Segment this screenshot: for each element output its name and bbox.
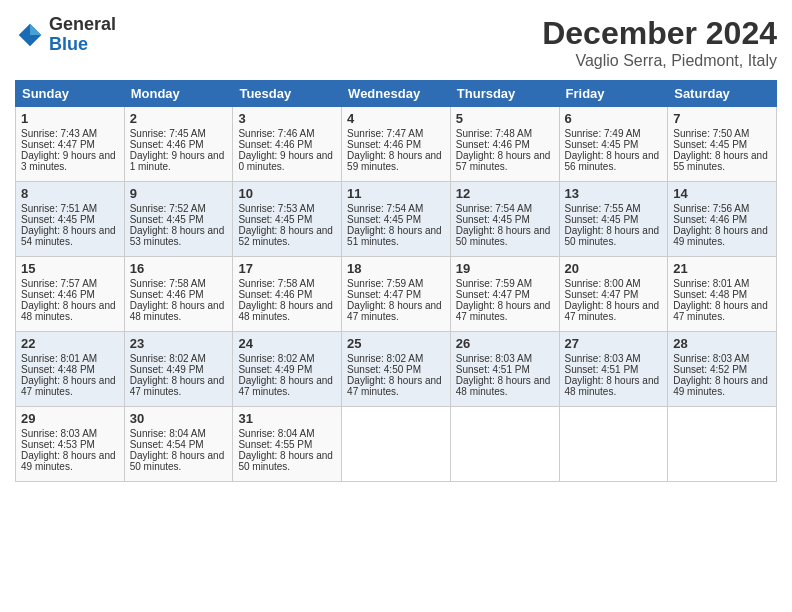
calendar-week-4: 22 Sunrise: 8:01 AM Sunset: 4:48 PM Dayl… — [16, 332, 777, 407]
calendar-cell: 17 Sunrise: 7:58 AM Sunset: 4:46 PM Dayl… — [233, 257, 342, 332]
day-number: 6 — [565, 111, 663, 126]
day-number: 13 — [565, 186, 663, 201]
daylight-label: Daylight: 8 hours and 47 minutes. — [130, 375, 225, 397]
day-number: 5 — [456, 111, 554, 126]
day-number: 23 — [130, 336, 228, 351]
day-number: 29 — [21, 411, 119, 426]
daylight-label: Daylight: 8 hours and 49 minutes. — [673, 375, 768, 397]
sunset-label: Sunset: 4:47 PM — [565, 289, 639, 300]
day-number: 9 — [130, 186, 228, 201]
sunset-label: Sunset: 4:46 PM — [347, 139, 421, 150]
daylight-label: Daylight: 8 hours and 47 minutes. — [347, 300, 442, 322]
day-number: 7 — [673, 111, 771, 126]
sunset-label: Sunset: 4:46 PM — [456, 139, 530, 150]
daylight-label: Daylight: 8 hours and 57 minutes. — [456, 150, 551, 172]
sunrise-label: Sunrise: 8:00 AM — [565, 278, 641, 289]
logo-general: General — [49, 15, 116, 35]
title-block: December 2024 Vaglio Serra, Piedmont, It… — [542, 15, 777, 70]
sunset-label: Sunset: 4:48 PM — [673, 289, 747, 300]
sunset-label: Sunset: 4:52 PM — [673, 364, 747, 375]
day-number: 20 — [565, 261, 663, 276]
calendar-week-5: 29 Sunrise: 8:03 AM Sunset: 4:53 PM Dayl… — [16, 407, 777, 482]
sunrise-label: Sunrise: 8:02 AM — [130, 353, 206, 364]
calendar-cell: 26 Sunrise: 8:03 AM Sunset: 4:51 PM Dayl… — [450, 332, 559, 407]
daylight-label: Daylight: 8 hours and 53 minutes. — [130, 225, 225, 247]
sunset-label: Sunset: 4:51 PM — [456, 364, 530, 375]
sunrise-label: Sunrise: 8:02 AM — [238, 353, 314, 364]
sunset-label: Sunset: 4:46 PM — [130, 289, 204, 300]
sunrise-label: Sunrise: 7:58 AM — [238, 278, 314, 289]
day-number: 10 — [238, 186, 336, 201]
day-number: 3 — [238, 111, 336, 126]
sunset-label: Sunset: 4:45 PM — [21, 214, 95, 225]
calendar-cell: 7 Sunrise: 7:50 AM Sunset: 4:45 PM Dayli… — [668, 107, 777, 182]
col-wednesday: Wednesday — [342, 81, 451, 107]
sunset-label: Sunset: 4:45 PM — [565, 214, 639, 225]
day-number: 24 — [238, 336, 336, 351]
col-saturday: Saturday — [668, 81, 777, 107]
sunset-label: Sunset: 4:46 PM — [130, 139, 204, 150]
calendar-cell: 10 Sunrise: 7:53 AM Sunset: 4:45 PM Dayl… — [233, 182, 342, 257]
daylight-label: Daylight: 8 hours and 56 minutes. — [565, 150, 660, 172]
sunset-label: Sunset: 4:54 PM — [130, 439, 204, 450]
col-monday: Monday — [124, 81, 233, 107]
calendar-cell: 6 Sunrise: 7:49 AM Sunset: 4:45 PM Dayli… — [559, 107, 668, 182]
header-row: Sunday Monday Tuesday Wednesday Thursday… — [16, 81, 777, 107]
header: General Blue December 2024 Vaglio Serra,… — [15, 15, 777, 70]
page-container: General Blue December 2024 Vaglio Serra,… — [0, 0, 792, 492]
sunset-label: Sunset: 4:46 PM — [673, 214, 747, 225]
sunrise-label: Sunrise: 8:01 AM — [21, 353, 97, 364]
day-number: 11 — [347, 186, 445, 201]
sunrise-label: Sunrise: 7:46 AM — [238, 128, 314, 139]
calendar-cell: 14 Sunrise: 7:56 AM Sunset: 4:46 PM Dayl… — [668, 182, 777, 257]
sunrise-label: Sunrise: 7:47 AM — [347, 128, 423, 139]
calendar-cell — [342, 407, 451, 482]
calendar-cell — [559, 407, 668, 482]
day-number: 26 — [456, 336, 554, 351]
sunset-label: Sunset: 4:50 PM — [347, 364, 421, 375]
calendar-cell: 29 Sunrise: 8:03 AM Sunset: 4:53 PM Dayl… — [16, 407, 125, 482]
day-number: 30 — [130, 411, 228, 426]
daylight-label: Daylight: 8 hours and 59 minutes. — [347, 150, 442, 172]
sunset-label: Sunset: 4:45 PM — [673, 139, 747, 150]
daylight-label: Daylight: 9 hours and 1 minute. — [130, 150, 225, 172]
calendar-cell: 23 Sunrise: 8:02 AM Sunset: 4:49 PM Dayl… — [124, 332, 233, 407]
day-number: 14 — [673, 186, 771, 201]
sunrise-label: Sunrise: 8:01 AM — [673, 278, 749, 289]
calendar-week-1: 1 Sunrise: 7:43 AM Sunset: 4:47 PM Dayli… — [16, 107, 777, 182]
calendar-cell: 3 Sunrise: 7:46 AM Sunset: 4:46 PM Dayli… — [233, 107, 342, 182]
day-number: 31 — [238, 411, 336, 426]
daylight-label: Daylight: 8 hours and 48 minutes. — [565, 375, 660, 397]
svg-marker-1 — [30, 24, 41, 35]
sunrise-label: Sunrise: 8:03 AM — [565, 353, 641, 364]
sunrise-label: Sunrise: 7:54 AM — [456, 203, 532, 214]
daylight-label: Daylight: 8 hours and 50 minutes. — [130, 450, 225, 472]
calendar-cell: 1 Sunrise: 7:43 AM Sunset: 4:47 PM Dayli… — [16, 107, 125, 182]
daylight-label: Daylight: 8 hours and 50 minutes. — [565, 225, 660, 247]
calendar-table: Sunday Monday Tuesday Wednesday Thursday… — [15, 80, 777, 482]
daylight-label: Daylight: 8 hours and 48 minutes. — [130, 300, 225, 322]
sunrise-label: Sunrise: 7:55 AM — [565, 203, 641, 214]
daylight-label: Daylight: 8 hours and 55 minutes. — [673, 150, 768, 172]
col-sunday: Sunday — [16, 81, 125, 107]
calendar-cell: 2 Sunrise: 7:45 AM Sunset: 4:46 PM Dayli… — [124, 107, 233, 182]
sunset-label: Sunset: 4:47 PM — [456, 289, 530, 300]
sunset-label: Sunset: 4:45 PM — [456, 214, 530, 225]
sunset-label: Sunset: 4:47 PM — [347, 289, 421, 300]
daylight-label: Daylight: 8 hours and 47 minutes. — [21, 375, 116, 397]
sunrise-label: Sunrise: 8:04 AM — [238, 428, 314, 439]
sunset-label: Sunset: 4:55 PM — [238, 439, 312, 450]
sunrise-label: Sunrise: 7:45 AM — [130, 128, 206, 139]
month-title: December 2024 — [542, 15, 777, 52]
location: Vaglio Serra, Piedmont, Italy — [542, 52, 777, 70]
logo-icon — [15, 20, 45, 50]
calendar-week-3: 15 Sunrise: 7:57 AM Sunset: 4:46 PM Dayl… — [16, 257, 777, 332]
daylight-label: Daylight: 8 hours and 50 minutes. — [238, 450, 333, 472]
sunset-label: Sunset: 4:45 PM — [238, 214, 312, 225]
calendar-cell: 30 Sunrise: 8:04 AM Sunset: 4:54 PM Dayl… — [124, 407, 233, 482]
day-number: 19 — [456, 261, 554, 276]
day-number: 17 — [238, 261, 336, 276]
calendar-cell: 11 Sunrise: 7:54 AM Sunset: 4:45 PM Dayl… — [342, 182, 451, 257]
calendar-cell: 12 Sunrise: 7:54 AM Sunset: 4:45 PM Dayl… — [450, 182, 559, 257]
daylight-label: Daylight: 8 hours and 51 minutes. — [347, 225, 442, 247]
